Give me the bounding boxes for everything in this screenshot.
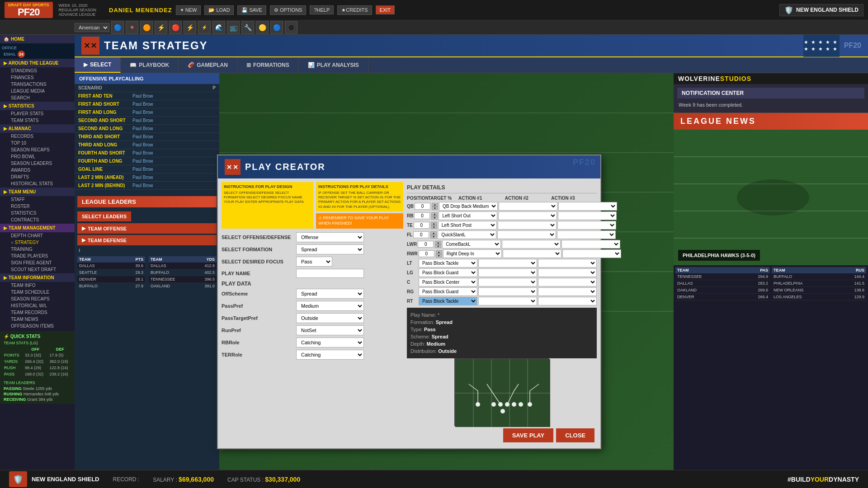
sidebar-roster[interactable]: ROSTER <box>0 203 75 210</box>
icon-bar-item-7[interactable]: ⚡ <box>198 21 211 34</box>
exit-button[interactable]: EXIT <box>376 5 395 14</box>
icon-bar-item-3[interactable]: 🟠 <box>140 21 153 34</box>
sidebar-scout-next-draft[interactable]: SCOUT NEXT DRAFT <box>0 266 75 273</box>
pd-action3-rg-select[interactable] <box>538 287 597 296</box>
click-to-change-button[interactable]: ℹ <box>77 247 217 254</box>
tab-gameplan[interactable]: 🏈 GAMEPLAN <box>179 57 237 73</box>
sidebar-depth-chart[interactable]: DEPTH CHART <box>0 232 75 239</box>
save-play-button[interactable]: SAVE PLAY <box>503 428 554 442</box>
run-pref-select[interactable]: NotSet <box>296 325 364 335</box>
scenario-third-and-long[interactable]: THIRD AND LONG Paul Brow <box>75 141 219 149</box>
sidebar-historical-wl[interactable]: HISTORICAL W/L <box>0 302 75 309</box>
scenario-fourth-and-long[interactable]: FOURTH AND LONG Paul Brow <box>75 157 219 165</box>
sidebar-team-stats[interactable]: TEAM STATS <box>0 117 75 124</box>
tab-select[interactable]: ▶ SELECT <box>75 57 121 73</box>
pd-target-fl-up[interactable]: ▲ <box>430 231 437 235</box>
pd-target-lwr-input[interactable] <box>418 241 434 248</box>
pd-target-qb-down[interactable]: ▼ <box>432 206 438 210</box>
load-button[interactable]: 📂 LOAD <box>204 5 234 15</box>
sidebar-email[interactable]: EMAIL 24 <box>2 51 73 58</box>
pd-action3-te-select[interactable] <box>557 221 616 230</box>
scenario-first-and-long[interactable]: FIRST AND LONG Paul Brow <box>75 108 219 117</box>
pd-action1-rb-select[interactable]: Left Short Out <box>439 211 497 220</box>
scenario-second-and-short[interactable]: SECOND AND SHORT Paul Brow <box>75 117 219 125</box>
sidebar-pro-bowl[interactable]: PRO BOWL <box>0 153 75 160</box>
pd-action3-lg-select[interactable] <box>538 268 597 277</box>
sidebar-historical-stats[interactable]: HISTORICAL STATS <box>0 180 75 187</box>
pass-target-pref-select[interactable]: Outside <box>296 313 364 323</box>
rb-role-select[interactable]: Catching <box>296 338 364 347</box>
pd-action2-rg-select[interactable] <box>478 287 537 296</box>
scenario-third-and-short[interactable]: THIRD AND SHORT Paul Brow <box>75 133 219 141</box>
pd-action1-te-select[interactable]: Left Short Post <box>438 221 497 230</box>
offense-defense-select[interactable]: Offense <box>296 232 364 242</box>
pd-action2-lt-select[interactable] <box>478 259 537 267</box>
pd-action2-c-select[interactable] <box>478 278 537 286</box>
new-button[interactable]: ✦ NEW <box>176 5 201 15</box>
icon-bar-item-8[interactable]: 🌊 <box>212 21 225 34</box>
pd-action1-rwr-select[interactable]: Right Deep In <box>443 249 502 258</box>
sidebar-statistics-header[interactable]: ▶ STATISTICS <box>0 102 75 110</box>
pd-action1-rg-select[interactable]: Pass Block Guard <box>419 287 477 296</box>
sidebar-strategy[interactable]: ○ STRATEGY <box>0 239 75 246</box>
pd-action3-rt-select[interactable] <box>538 297 597 305</box>
icon-bar-item-10[interactable]: 🔧 <box>241 21 254 34</box>
scenario-fourth-and-short[interactable]: FOURTH AND SHORT Paul Brow <box>75 149 219 157</box>
tab-formations[interactable]: ⊞ FORMATIONS <box>237 57 299 73</box>
focus-select[interactable]: Pass <box>296 257 332 267</box>
sidebar-team-info[interactable]: TEAM INFO <box>0 282 75 289</box>
pd-target-rwr-up[interactable]: ▲ <box>436 250 442 254</box>
sidebar-top10[interactable]: TOP 10 <box>0 140 75 146</box>
sidebar-standings[interactable]: STANDINGS <box>0 67 75 74</box>
play-name-input[interactable] <box>296 269 364 278</box>
icon-bar-item-11[interactable]: 🟡 <box>256 21 269 34</box>
pd-target-qb-up[interactable]: ▲ <box>432 203 438 206</box>
pd-action1-rt-select[interactable]: Pass Block Tackle <box>419 297 477 305</box>
pd-target-lwr-up[interactable]: ▲ <box>435 241 441 244</box>
sidebar-statistics2[interactable]: STATISTICS <box>0 210 75 216</box>
sidebar-team-information-header[interactable]: ▶ TEAM INFORMATION <box>0 273 75 282</box>
icon-bar-item-9[interactable]: 📺 <box>227 21 240 34</box>
icon-bar-item-4[interactable]: ⚡ <box>155 21 167 34</box>
sidebar-training[interactable]: TRAINING <box>0 246 75 253</box>
pd-target-te-up[interactable]: ▲ <box>431 222 437 225</box>
sidebar-player-stats[interactable]: PLAYER STATS <box>0 110 75 117</box>
pd-target-te-input[interactable] <box>414 222 429 229</box>
pd-action3-c-select[interactable] <box>538 278 597 286</box>
sidebar-contracts[interactable]: CONTRACTS <box>0 216 75 223</box>
sidebar-finances[interactable]: FINANCES <box>0 74 75 81</box>
pd-action3-rb-select[interactable] <box>558 211 617 220</box>
icon-bar-item-1[interactable]: 🔵 <box>111 21 124 34</box>
scenario-second-and-long[interactable]: SECOND AND LONG Paul Brow <box>75 125 219 133</box>
sidebar-search[interactable]: SEARCH <box>0 94 75 101</box>
pd-target-rb-up[interactable]: ▲ <box>431 212 438 216</box>
sidebar-league-media[interactable]: LEAGUE MEDIA <box>0 88 75 94</box>
sidebar-home[interactable]: 🏠 HOME <box>0 35 75 43</box>
sidebar-team-management-header[interactable]: ▶ TEAM MANAGEMENT <box>0 224 75 232</box>
sidebar-offseason-items[interactable]: OFFSEASON ITEMS <box>0 323 75 329</box>
icon-bar-item-6[interactable]: ⚡ <box>184 21 196 34</box>
pd-action2-lg-select[interactable] <box>478 268 537 277</box>
sidebar-trade-players[interactable]: TRADE PLAYERS <box>0 253 75 259</box>
te-role-select[interactable]: Catching <box>296 350 364 360</box>
pd-target-te-down[interactable]: ▼ <box>431 225 437 229</box>
pd-action3-lt-select[interactable] <box>538 259 597 267</box>
sidebar-team-menu-header[interactable]: ▶ TEAM MENU <box>0 188 75 196</box>
sidebar-around-league-header[interactable]: ▶ AROUND THE LEAGUE <box>0 59 75 67</box>
pd-target-qb-input[interactable] <box>415 203 430 210</box>
sidebar-records[interactable]: RECORDS <box>0 133 75 140</box>
pd-action1-qb-select[interactable]: QB Drop Back Medium <box>439 202 498 211</box>
save-button[interactable]: 💾 SAVE <box>237 5 266 15</box>
pass-pref-select[interactable]: Medium <box>296 301 364 311</box>
pd-target-rb-input[interactable] <box>414 212 430 219</box>
pd-action3-qb-select[interactable] <box>558 202 617 211</box>
credits-button[interactable]: ★CREDITS <box>337 5 372 15</box>
select-leaders-button[interactable]: SELECT LEADERS <box>77 211 131 221</box>
sidebar-season-recaps2[interactable]: SEASON RECAPS <box>0 296 75 302</box>
pd-action2-rt-select[interactable] <box>478 297 537 305</box>
pd-action2-rwr-select[interactable] <box>503 249 561 258</box>
pd-action1-lg-select[interactable]: Pass Block Guard <box>419 268 477 277</box>
icon-bar-item-13[interactable]: ⚙ <box>285 21 297 34</box>
tab-playbook[interactable]: 📖 PLAYBOOK <box>121 57 179 73</box>
pd-action1-fl-select[interactable]: QuickSlantL <box>438 230 496 239</box>
